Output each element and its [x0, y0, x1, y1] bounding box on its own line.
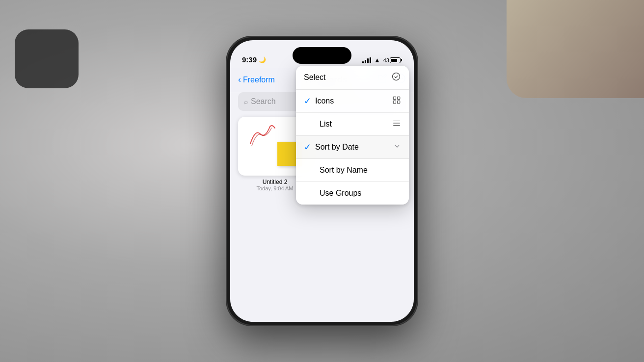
status-icons: ▲ 43	[362, 56, 402, 64]
bg-blob	[15, 29, 79, 88]
board-label: Untitled 2	[263, 179, 288, 185]
bg-corner	[507, 0, 644, 98]
signal-icon	[362, 57, 371, 63]
status-time: 9:39 🌙	[242, 55, 266, 64]
board-date: Today, 9:04 AM	[256, 185, 293, 191]
moon-icon: 🌙	[259, 56, 266, 63]
grid-icon	[392, 96, 401, 106]
phone-wrapper: 9:39 🌙 ▲ 43	[226, 36, 418, 326]
svg-rect-5	[393, 97, 396, 99]
phone-screen: 9:39 🌙 ▲ 43	[230, 40, 414, 322]
menu-item-sort-date-label: Sort by Date	[315, 143, 393, 152]
menu-item-icons-label: Icons	[315, 97, 392, 105]
list-icon	[392, 119, 401, 129]
svg-rect-6	[398, 97, 400, 99]
sort-date-check-icon: ✓	[304, 142, 311, 153]
menu-section-view: ✓ Icons List	[296, 90, 409, 136]
battery-tip	[401, 59, 402, 61]
menu-item-sort-name-label: Sort by Name	[320, 166, 401, 175]
dropdown-menu: Select ✓ Icons	[296, 66, 409, 205]
battery-percent: 43	[383, 57, 389, 63]
back-chevron-icon: ‹	[238, 75, 241, 85]
menu-item-icons[interactable]: ✓ Icons	[296, 90, 409, 113]
menu-item-sort-date[interactable]: ✓ Sort by Date	[296, 136, 409, 159]
svg-point-4	[393, 73, 400, 80]
icons-check-icon: ✓	[304, 96, 311, 106]
menu-section-groups: Use Groups	[296, 182, 409, 205]
menu-item-list-label: List	[320, 120, 392, 129]
menu-item-select[interactable]: Select	[296, 66, 409, 89]
svg-rect-8	[398, 101, 400, 103]
search-icon: ⌕	[244, 98, 248, 105]
battery-icon: 43	[383, 57, 402, 63]
search-placeholder: Search	[251, 97, 276, 106]
menu-item-use-groups-label: Use Groups	[320, 189, 401, 198]
select-circle-icon	[391, 72, 401, 83]
svg-rect-7	[393, 101, 396, 103]
back-button[interactable]: ‹ Freeform	[238, 75, 275, 85]
menu-item-select-label: Select	[304, 73, 391, 82]
menu-item-use-groups[interactable]: Use Groups	[296, 182, 409, 205]
battery-body	[390, 57, 401, 63]
phone-frame: 9:39 🌙 ▲ 43	[226, 36, 418, 326]
time-display: 9:39	[242, 55, 257, 64]
menu-item-list[interactable]: List	[296, 113, 409, 135]
dynamic-island	[293, 47, 351, 64]
menu-section-select: Select	[296, 66, 409, 90]
sort-date-chevron-icon	[393, 142, 401, 152]
sketch-svg	[248, 124, 277, 149]
menu-item-sort-name[interactable]: Sort by Name	[296, 159, 409, 181]
wifi-icon: ▲	[374, 56, 380, 64]
battery-fill	[391, 59, 397, 62]
menu-section-sort: ✓ Sort by Date Sort by Name	[296, 136, 409, 182]
back-label: Freeform	[243, 76, 275, 84]
